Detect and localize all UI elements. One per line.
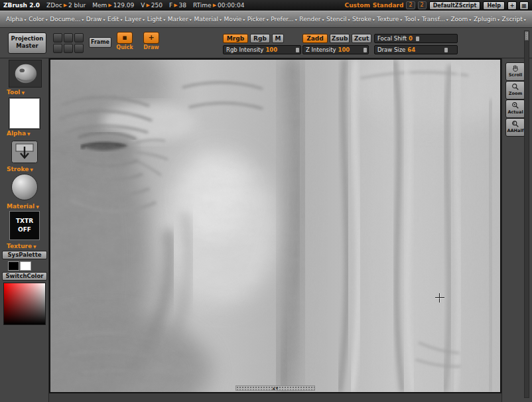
titlebar-grid-icon[interactable]: ▦ (519, 1, 529, 10)
shelf-icon[interactable] (53, 33, 62, 42)
slider-handle[interactable] (444, 48, 448, 52)
alpha-preview-thumbnail[interactable] (9, 98, 40, 129)
zsub-button[interactable]: Zsub (330, 34, 350, 43)
chevron-down-icon: ▾ (190, 17, 192, 22)
zcut-button[interactable]: Zcut (352, 34, 371, 43)
shelf-icon[interactable] (53, 44, 62, 53)
menu-item-tool[interactable]: Tool▾ (405, 16, 420, 23)
menu-item-picker[interactable]: Picker▾ (247, 16, 269, 23)
menu-item-edit[interactable]: Edit▾ (107, 16, 122, 23)
chevron-down-icon: ▾ (220, 17, 222, 22)
tool-preview-thumbnail[interactable] (9, 60, 42, 88)
vertical-scrollbar-handle[interactable] (525, 31, 529, 40)
menu-item-stencil[interactable]: Stencil▾ (326, 16, 350, 23)
aahalf-button[interactable]: AAHalf (505, 118, 525, 137)
chip-button-a[interactable]: 2 (406, 1, 415, 9)
menu-item-alpha[interactable]: Alpha▾ (6, 16, 27, 23)
slider-handle[interactable] (364, 48, 367, 52)
mrgb-button[interactable]: Mrgb (223, 34, 248, 43)
scroll-button[interactable]: Scroll (505, 62, 525, 81)
magnifier-half-icon (511, 120, 519, 128)
shelf-icon[interactable] (64, 33, 73, 42)
menu-item-zplugin[interactable]: Zplugin▾ (474, 16, 499, 23)
menu-item-stroke[interactable]: Stroke▾ (352, 16, 375, 23)
scroll-down-icon[interactable]: ▼ (276, 387, 279, 390)
shelf-icon[interactable] (74, 44, 84, 53)
chevron-down-icon: ▾ (243, 17, 245, 22)
menu-item-document[interactable]: Docume...▾ (50, 16, 84, 23)
rgb-intensity-slider[interactable]: Rgb Intensity 100 (223, 45, 301, 54)
focal-shift-slider[interactable]: Focal Shift 0 (374, 34, 458, 43)
secondary-color-swatch[interactable] (20, 261, 31, 271)
stroke-preview-thumbnail[interactable] (11, 141, 38, 163)
switchcolor-button[interactable]: SwitchColor (2, 272, 47, 281)
actual-size-button[interactable]: Actual (505, 100, 525, 118)
arrow-right-icon: ▶ (146, 3, 149, 8)
tool-palette-label[interactable]: Tool▼ (7, 89, 25, 96)
stroke-palette-label[interactable]: Stroke▼ (7, 166, 33, 172)
chevron-down-icon: ▾ (348, 17, 350, 22)
draw-size-slider[interactable]: Draw Size 64 (374, 45, 458, 54)
main-color-swatch[interactable] (8, 261, 19, 271)
menu-item-render[interactable]: Render▾ (299, 16, 324, 23)
quick-icon: ▪ (117, 32, 133, 44)
chevron-down-icon: ▾ (143, 17, 145, 22)
slider-handle[interactable] (296, 48, 299, 52)
syspalette-button[interactable]: SysPalette (2, 251, 47, 259)
standard-ui-button[interactable]: Standard (373, 2, 404, 9)
arrow-right-icon: ▶ (64, 3, 67, 8)
zbrush-window: ZBrush 2.0 ZDoc▶2 blur Mem▶129.09 V▶250 … (0, 0, 532, 402)
menu-item-marker[interactable]: Marker▾ (168, 16, 192, 23)
rgb-button[interactable]: Rgb (250, 34, 270, 43)
hand-icon (511, 64, 519, 72)
alpha-palette-label[interactable]: Alpha▼ (7, 130, 31, 137)
draw-mode-button[interactable]: + Draw (141, 32, 162, 50)
texture-preview-thumbnail[interactable]: TXTR OFF (9, 211, 40, 240)
material-palette-label[interactable]: Material▼ (7, 203, 39, 210)
help-button[interactable]: Help (483, 1, 505, 10)
document-canvas[interactable]: ▲ ▼ (49, 58, 501, 393)
scroll-up-icon[interactable]: ▲ (273, 387, 275, 390)
chip-button-b[interactable]: 2 (418, 1, 427, 9)
frame-button[interactable]: Frame (89, 37, 111, 48)
slider-handle[interactable] (416, 36, 419, 41)
titlebar-plus-icon[interactable]: + (507, 1, 517, 10)
menu-item-layer[interactable]: Layer▾ (125, 16, 145, 23)
vertical-scrollbar-track[interactable] (524, 31, 529, 398)
shelf-icon-group (53, 33, 84, 53)
zoom-button[interactable]: Zoom (505, 81, 525, 100)
chevron-down-icon: ▾ (25, 17, 27, 22)
quick-mode-button[interactable]: ▪ Quick (114, 32, 135, 50)
material-preview-sphere[interactable] (11, 174, 38, 200)
magnifier-icon (511, 101, 519, 109)
chevron-down-icon: ▼ (21, 90, 25, 95)
projection-master-button[interactable]: Projection Master (8, 33, 46, 54)
chevron-down-icon: ▼ (27, 131, 31, 136)
color-picker[interactable] (3, 283, 46, 325)
chevron-down-icon: ▾ (469, 17, 471, 22)
texture-palette-label[interactable]: Texture▼ (7, 243, 36, 249)
menu-bar: Alpha▾ Color▾ Docume...▾ Draw▾ Edit▾ Lay… (0, 11, 532, 28)
crosshair-icon: + (143, 32, 159, 44)
z-intensity-slider[interactable]: Z Intensity 100 (302, 45, 369, 54)
menu-item-light[interactable]: Light▾ (147, 16, 165, 23)
chevron-down-icon: ▾ (373, 17, 375, 22)
menu-item-transform[interactable]: Transf...▾ (422, 16, 448, 23)
custom-ui-button[interactable]: Custom (345, 2, 370, 9)
shelf-icon[interactable] (74, 33, 84, 42)
menu-item-texture[interactable]: Texture▾ (377, 16, 402, 23)
title-bar-right: Custom Standard 2 2 DefaultZScript Help … (345, 1, 529, 10)
menu-item-draw[interactable]: Draw▾ (86, 16, 105, 23)
m-button[interactable]: M (272, 34, 284, 43)
menu-item-preferences[interactable]: Prefer...▾ (271, 16, 297, 23)
menu-item-color[interactable]: Color▾ (29, 16, 48, 23)
menu-item-zoom[interactable]: Zoom▾ (450, 16, 471, 23)
default-zscript-button[interactable]: DefaultZScript (429, 1, 481, 10)
menu-item-material[interactable]: Material▾ (194, 16, 222, 23)
canvas-horizontal-scrollbar[interactable]: ▲ ▼ (235, 385, 315, 391)
zadd-button[interactable]: Zadd (302, 34, 328, 43)
menu-item-movie[interactable]: Movie▾ (224, 16, 245, 23)
chevron-down-icon: ▾ (103, 17, 105, 22)
menu-item-zscript[interactable]: Zscript▾ (502, 16, 526, 23)
shelf-icon[interactable] (64, 44, 73, 53)
